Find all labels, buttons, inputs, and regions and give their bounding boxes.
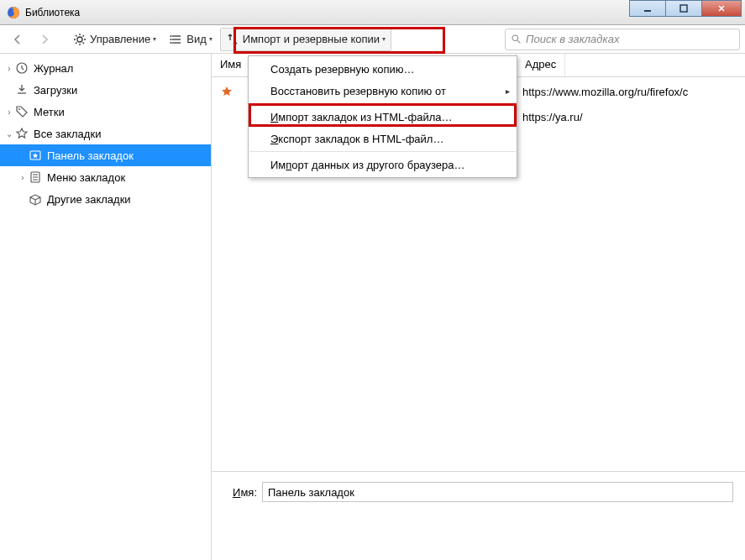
star-icon bbox=[220, 85, 233, 98]
details-panel: Имя: bbox=[212, 471, 745, 560]
sidebar: ›Журнал Загрузки ›Метки ⌄Все закладки Па… bbox=[0, 54, 212, 560]
svg-line-19 bbox=[517, 40, 520, 43]
import-export-icon bbox=[226, 33, 239, 46]
sidebar-item-tags[interactable]: ›Метки bbox=[0, 101, 211, 123]
menu-item-export-html[interactable]: Экспорт закладок в HTML-файл… bbox=[249, 128, 517, 149]
menu-separator bbox=[249, 103, 516, 104]
window-title: Библиотека bbox=[25, 7, 80, 18]
svg-line-11 bbox=[83, 35, 85, 37]
svg-line-9 bbox=[83, 42, 85, 44]
gear-icon bbox=[73, 33, 87, 46]
clock-icon bbox=[15, 61, 29, 75]
menu-item-restore[interactable]: Восстановить резервную копию от▸ bbox=[249, 80, 517, 102]
svg-rect-2 bbox=[680, 5, 687, 12]
menu-item-import-html[interactable]: Импорт закладок из HTML-файла… bbox=[249, 106, 517, 128]
download-icon bbox=[15, 83, 29, 97]
cell-address: https://www.mozilla.org/ru/firefox/c bbox=[522, 86, 688, 98]
sidebar-item-other-bookmarks[interactable]: Другие закладки bbox=[0, 188, 211, 210]
view-button[interactable]: Вид▾ bbox=[164, 28, 218, 51]
import-backup-menu: Создать резервную копию… Восстановить ре… bbox=[248, 55, 517, 178]
manage-button[interactable]: Управление▾ bbox=[67, 28, 162, 51]
menu-item-import-browser[interactable]: Импорт данных из другого браузера… bbox=[249, 154, 517, 175]
table-row[interactable]: https://www.mozilla.org/ru/firefox/c bbox=[212, 82, 239, 101]
menu-item-backup[interactable]: Создать резервную копию… bbox=[249, 58, 517, 80]
import-backup-button[interactable]: Импорт и резервные копии▾ bbox=[220, 28, 391, 51]
star-icon bbox=[15, 127, 29, 140]
caret-icon: ▾ bbox=[153, 35, 156, 43]
svg-point-3 bbox=[77, 37, 82, 42]
caret-icon: ▾ bbox=[382, 35, 386, 43]
name-field[interactable] bbox=[262, 482, 733, 502]
back-button[interactable] bbox=[5, 28, 30, 51]
bookmark-bar-icon bbox=[29, 149, 42, 162]
tag-icon bbox=[15, 105, 29, 118]
name-label: Имя: bbox=[223, 486, 257, 499]
window-buttons bbox=[630, 0, 742, 17]
maximize-button[interactable] bbox=[665, 0, 702, 17]
submenu-arrow-icon: ▸ bbox=[506, 86, 510, 96]
sidebar-item-downloads[interactable]: Загрузки bbox=[0, 79, 211, 101]
forward-button[interactable] bbox=[32, 28, 57, 51]
search-input[interactable]: Поиск в закладках bbox=[505, 29, 740, 50]
search-icon bbox=[511, 34, 522, 44]
sidebar-item-history[interactable]: ›Журнал bbox=[0, 57, 211, 79]
toolbar: Управление▾ Вид▾ Импорт и резервные копи… bbox=[0, 25, 745, 54]
svg-point-21 bbox=[18, 108, 20, 110]
menu-separator bbox=[249, 151, 516, 152]
sidebar-item-toolbar-bookmarks[interactable]: Панель закладок bbox=[0, 144, 211, 166]
svg-rect-1 bbox=[644, 10, 651, 12]
list-icon bbox=[170, 33, 183, 46]
firefox-icon bbox=[7, 6, 20, 19]
sidebar-item-menu-bookmarks[interactable]: ›Меню закладок bbox=[0, 166, 211, 188]
svg-point-17 bbox=[171, 42, 172, 44]
caret-icon: ▾ bbox=[209, 35, 212, 43]
sidebar-item-all-bookmarks[interactable]: ⌄Все закладки bbox=[0, 123, 211, 144]
svg-point-16 bbox=[171, 39, 172, 40]
svg-point-18 bbox=[512, 35, 518, 41]
svg-point-15 bbox=[171, 35, 172, 37]
titlebar: Библиотека bbox=[0, 0, 745, 25]
other-bookmarks-icon bbox=[29, 192, 42, 206]
bookmark-menu-icon bbox=[29, 170, 42, 184]
column-address[interactable]: Адрес bbox=[517, 54, 565, 76]
svg-line-8 bbox=[76, 35, 77, 37]
minimize-button[interactable] bbox=[629, 0, 666, 17]
close-button[interactable] bbox=[701, 0, 742, 17]
cell-address: https://ya.ru/ bbox=[522, 111, 583, 123]
svg-line-10 bbox=[76, 42, 77, 44]
